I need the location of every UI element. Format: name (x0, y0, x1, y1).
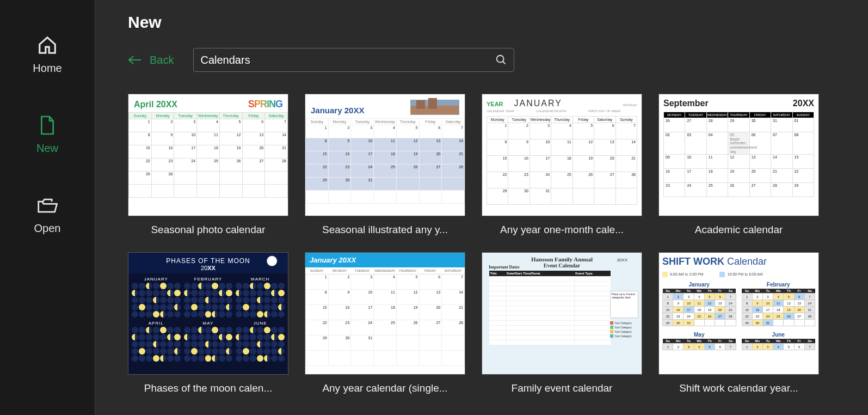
nav-label: New (36, 142, 58, 155)
folder-open-icon (37, 195, 58, 216)
template-label: Seasonal illustrated any y... (305, 224, 465, 236)
template-label: Academic calendar (658, 224, 819, 236)
back-button[interactable]: Back (128, 54, 174, 66)
template-label: Phases of the moon calen... (128, 382, 288, 394)
nav-new[interactable]: New (0, 102, 95, 182)
template-label: Any year calendar (single... (305, 382, 465, 394)
template-label: Seasonal photo calendar (128, 224, 288, 236)
template-thumbnail: January 20XX SundayMondayTuesdayWednesda… (305, 94, 465, 216)
page-title: New (128, 13, 846, 32)
template-thumbnail: Hansson Family Annual Event Calendar 20X… (482, 252, 642, 375)
template-label: Shift work calendar year... (658, 382, 819, 394)
home-icon (37, 35, 58, 56)
template-grid: April 20XX SPRING SundayMondayTuesdayWed… (128, 94, 846, 394)
template-family-event[interactable]: Hansson Family Annual Event Calendar 20X… (482, 252, 642, 394)
main-content: New Back (95, 0, 868, 415)
template-thumbnail: YEAR JANUARY MONDAY CALENDAR YEAR CALEND… (482, 94, 642, 216)
template-thumbnail: September 20XX MONDAYTUESDAYWEDNESDAYTHU… (658, 94, 819, 216)
arrow-left-icon (128, 55, 142, 65)
template-thumbnail: PHASES OF THE MOON 20XX JANUARYFEBRUARYM… (128, 252, 288, 375)
template-any-year-single[interactable]: January 20XX SUNDAYMONDAYTUESDAYWEDNESDA… (305, 252, 465, 394)
search-input[interactable] (200, 54, 495, 66)
template-academic[interactable]: September 20XX MONDAYTUESDAYWEDNESDAYTHU… (658, 94, 819, 236)
search-button[interactable] (495, 54, 507, 66)
template-thumbnail: April 20XX SPRING SundayMondayTuesdayWed… (128, 94, 288, 216)
search-row: Back (128, 48, 846, 72)
back-label: Back (150, 54, 174, 66)
nav-home[interactable]: Home (0, 22, 95, 102)
template-label: Any year one-month cale... (482, 224, 642, 236)
template-seasonal-photo[interactable]: April 20XX SPRING SundayMondayTuesdayWed… (128, 94, 288, 236)
nav-open[interactable]: Open (0, 182, 95, 262)
search-box (193, 48, 514, 72)
template-thumbnail: SHIFT WORK Calendar 8:00 AM to 2:00 PM10… (658, 252, 819, 375)
document-icon (37, 115, 58, 136)
template-thumbnail: January 20XX SUNDAYMONDAYTUESDAYWEDNESDA… (305, 252, 465, 375)
search-icon (495, 54, 507, 66)
template-shift-work[interactable]: SHIFT WORK Calendar 8:00 AM to 2:00 PM10… (658, 252, 819, 394)
nav-label: Open (34, 222, 61, 235)
template-phases-moon[interactable]: PHASES OF THE MOON 20XX JANUARYFEBRUARYM… (128, 252, 288, 394)
nav-label: Home (33, 62, 61, 75)
sidebar: Home New Open (0, 0, 95, 415)
template-seasonal-illustrated[interactable]: January 20XX SundayMondayTuesdayWednesda… (305, 94, 465, 236)
svg-point-1 (497, 56, 504, 63)
template-any-year-one-month[interactable]: YEAR JANUARY MONDAY CALENDAR YEAR CALEND… (482, 94, 642, 236)
template-label: Family event calendar (482, 382, 642, 394)
svg-line-2 (503, 62, 506, 64)
town-illustration-icon (410, 100, 459, 115)
